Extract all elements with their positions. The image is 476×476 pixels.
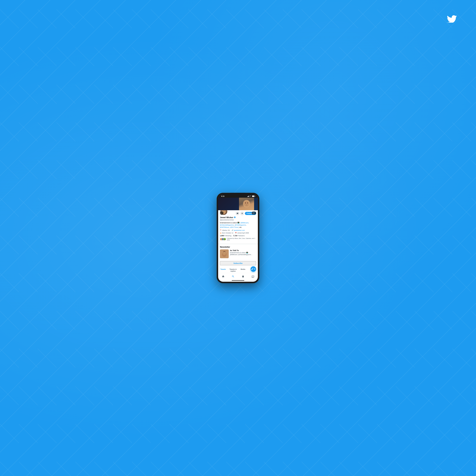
bio-suffix: , etc. (238, 226, 242, 228)
newsletter-section: Newsletter (218, 244, 258, 267)
status-time: 9:15 (221, 195, 224, 197)
banner-photo (239, 198, 254, 210)
meta-location: 📍 Atlanta, GA (220, 229, 230, 231)
bio-link-atlanta[interactable]: @AtlantaMagazine (220, 224, 234, 226)
location-text: Atlanta, GA (222, 229, 230, 231)
bio-plain: Entertainment & culture 🧑🏾‍💻: (220, 222, 240, 224)
phone-screen: 9:15 (218, 194, 258, 282)
nav-home[interactable] (221, 274, 226, 279)
messages-icon (252, 275, 254, 278)
bio-link-npr[interactable]: @NPRMusic (220, 226, 229, 228)
svg-point-1 (244, 201, 249, 207)
follow-stats: 1,900 Following 7,720 Followers (220, 235, 256, 237)
signal-bar-4 (249, 196, 249, 197)
mutual-avatars (220, 238, 226, 240)
profile-handle: @jewelwickershow (220, 219, 256, 221)
profile-bio: Entertainment & culture 🧑🏾‍💻: @Billboard… (220, 222, 256, 229)
battery-icon (252, 196, 255, 197)
newsletter-image (220, 249, 229, 258)
profile-meta: 📍 Atlanta, GA 🔗 jewelwicker.com (220, 229, 256, 231)
birthday-icon: 🎂 (220, 232, 222, 234)
back-button[interactable]: ‹ (220, 211, 223, 215)
meta-birthday: 🎂 Born October 12 (220, 232, 233, 234)
fab-plus: ✦ (254, 268, 255, 271)
banner-face-illustration (242, 199, 251, 209)
profile-name: Jewel Wicker (220, 216, 233, 219)
newsletter-face (220, 249, 229, 258)
phone-notch (230, 193, 246, 196)
nav-search[interactable] (231, 274, 236, 279)
mutual-text: Followed by Marie, Bert, Jess, Gabriela,… (227, 238, 256, 241)
newsletter-name: As Told To (230, 249, 256, 252)
phone-wrapper: 9:15 (217, 193, 259, 283)
bio-link-nytimes[interactable]: @NYTimes (230, 226, 238, 228)
profile-header: ‹ ••• (218, 198, 258, 210)
battery-fill (252, 196, 254, 197)
profile-name-row: Jewel Wicker (220, 216, 256, 219)
bio-link-gq[interactable]: @GQMagazine (235, 224, 246, 226)
mutual-avatar-3 (223, 238, 226, 240)
svg-point-11 (223, 253, 224, 253)
subscribe-button[interactable]: Subscribe (220, 261, 256, 265)
bio-comma-4: , (229, 226, 230, 228)
wifi-icon (250, 195, 251, 197)
banner-content (218, 198, 258, 210)
tab-tweets-replies[interactable]: Tweets & replies (228, 267, 238, 273)
phone-device: 9:15 (217, 193, 259, 283)
link-icon: 🔗 (232, 229, 233, 231)
svg-point-12 (225, 253, 225, 253)
followers-stat[interactable]: 7,720 Followers (233, 235, 245, 237)
home-bar (232, 280, 244, 281)
notifications-icon (242, 275, 244, 278)
birthday-text: Born October 12 (222, 232, 233, 234)
profile-banner (218, 198, 258, 210)
compose-icon (251, 268, 254, 270)
joined-text: Joined April 2009 (237, 232, 249, 234)
more-button[interactable]: ••• (252, 211, 256, 215)
newsletter-card[interactable]: As Told To Entertainment & culture 🧑🏾‍💻:… (220, 249, 256, 258)
bio-comma-3: , (246, 224, 246, 226)
signal-bar-3 (248, 196, 249, 197)
followers-count: 7,720 (233, 235, 237, 237)
bio-link-billboard[interactable]: @Billboard (240, 222, 248, 224)
following-label: Following (224, 235, 231, 237)
signal-bar-1 (247, 196, 248, 197)
compose-fab[interactable]: ✦ (251, 266, 256, 272)
meta-website[interactable]: 🔗 jewelwicker.com (232, 229, 245, 231)
profile-body[interactable]: Following Jewel Wicker @jewelwicker (218, 210, 258, 273)
nav-messages[interactable] (250, 274, 255, 279)
meta-joined: 📅 Joined April 2009 (235, 232, 249, 234)
following-count: 1,900 (220, 235, 224, 237)
location-icon: 📍 (220, 229, 222, 231)
newsletter-title: Newsletter (220, 246, 256, 248)
tab-media[interactable]: Media (238, 267, 248, 273)
profile-nav-bar: ‹ ••• (218, 210, 258, 216)
followers-label: Followers (238, 235, 245, 237)
tab-tweets[interactable]: Tweets (218, 267, 228, 273)
nav-notifications[interactable] (240, 274, 246, 279)
profile-meta-2: 🎂 Born October 12 📅 Joined April 2009 (220, 232, 256, 234)
home-icon (222, 275, 224, 278)
calendar-icon: 📅 (235, 232, 237, 234)
subscribe-btn-row: Subscribe (220, 260, 256, 265)
newsletter-desc: Entertainment & culture 🧑🏾‍💻: @Billboard… (230, 252, 256, 256)
twitter-logo (447, 14, 457, 22)
twitter-bird-icon (447, 14, 457, 23)
home-indicator (218, 279, 258, 282)
svg-point-3 (247, 203, 248, 204)
signal-icon (247, 196, 249, 197)
svg-point-2 (245, 203, 246, 204)
signal-bar-2 (248, 196, 248, 197)
verified-badge (234, 216, 236, 219)
status-icons (247, 195, 255, 197)
website-link[interactable]: jewelwicker.com (234, 229, 245, 231)
mutual-followers[interactable]: Followed by Marie, Bert, Jess, Gabriela,… (220, 238, 256, 241)
section-divider-1 (218, 243, 258, 244)
following-stat[interactable]: 1,900 Following (220, 235, 231, 237)
bio-comma-1: , (248, 222, 249, 224)
bottom-nav (218, 273, 258, 279)
newsletter-info: As Told To Entertainment & culture 🧑🏾‍💻:… (230, 249, 256, 258)
search-icon (232, 275, 235, 278)
